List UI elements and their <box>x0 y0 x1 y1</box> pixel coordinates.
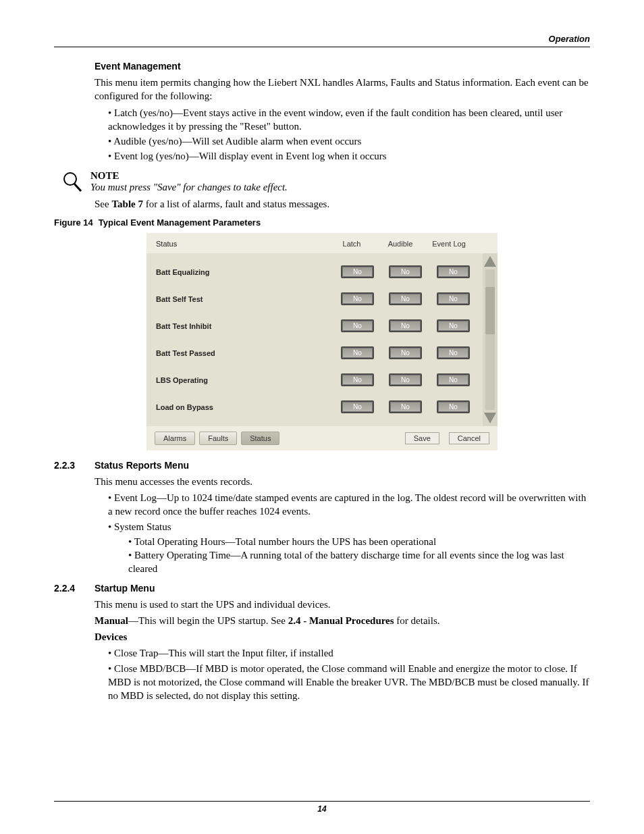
eventlog-toggle[interactable]: No <box>437 400 470 413</box>
text: System Status <box>114 521 171 532</box>
text: for details. <box>394 615 440 626</box>
text: See <box>95 199 111 209</box>
eventlog-toggle[interactable]: No <box>437 319 470 332</box>
scroll-thumb[interactable] <box>485 287 495 334</box>
section-number: 2.2.4 <box>54 583 82 594</box>
scrollbar[interactable] <box>483 253 498 426</box>
table-row: Batt Test Passed No No No <box>156 340 477 367</box>
tab-alarms[interactable]: Alarms <box>155 432 195 445</box>
audible-toggle[interactable]: No <box>389 265 422 278</box>
status-reports-list: Event Log—Up to 1024 time/date stamped e… <box>108 491 590 576</box>
tab-status[interactable]: Status <box>241 432 279 445</box>
table-row: Batt Equalizing No No No <box>156 259 477 286</box>
audible-toggle[interactable]: No <box>389 292 422 305</box>
row-label: LBS Operating <box>156 376 333 384</box>
manual-ref: 2.4 - Manual Procedures <box>288 615 394 626</box>
running-head: Operation <box>54 34 590 47</box>
latch-toggle[interactable]: No <box>341 292 374 305</box>
row-label: Batt Test Passed <box>156 349 333 357</box>
event-management-panel: Status Latch Audible Event Log Batt Equa… <box>146 233 498 450</box>
table-row: Batt Self Test No No No <box>156 286 477 313</box>
column-header-latch: Latch <box>327 240 376 248</box>
see-table-paragraph: See Table 7 for a list of alarms, fault … <box>95 197 590 211</box>
column-header-audible: Audible <box>376 240 425 248</box>
row-label: Batt Equalizing <box>156 268 333 276</box>
list-item: Close MBD/BCB—If MBD is motor operated, … <box>108 662 590 703</box>
save-button[interactable]: Save <box>405 432 439 444</box>
row-label: Batt Test Inhibit <box>156 322 333 330</box>
scroll-down-icon[interactable] <box>484 413 496 423</box>
list-item: System Status Total Operating Hours—Tota… <box>108 520 590 576</box>
system-status-sublist: Total Operating Hours—Total number hours… <box>128 535 590 576</box>
figure-number: Figure 14 <box>54 217 93 228</box>
section-paragraph: This menu is used to start the UPS and i… <box>95 598 590 611</box>
audible-toggle[interactable]: No <box>389 400 422 413</box>
eventlog-toggle[interactable]: No <box>437 292 470 305</box>
column-header-status: Status <box>156 240 327 248</box>
eventlog-toggle[interactable]: No <box>437 346 470 359</box>
table-ref: Table 7 <box>111 199 143 209</box>
list-item: Close Trap—This will start the Input fil… <box>108 646 590 660</box>
table-row: Batt Test Inhibit No No No <box>156 313 477 340</box>
list-item: Event log (yes/no)—Will display event in… <box>108 149 590 163</box>
svg-point-0 <box>64 173 76 185</box>
svg-line-1 <box>74 184 81 191</box>
event-rows: Batt Equalizing No No No Batt Self Test … <box>146 253 483 426</box>
tab-faults[interactable]: Faults <box>199 432 237 445</box>
section-paragraph: This menu accesses the events records. <box>95 475 590 488</box>
eventlog-toggle[interactable]: No <box>437 373 470 386</box>
list-item: Battery Operating Time—A running total o… <box>128 548 590 576</box>
page-number: 14 <box>54 801 590 814</box>
section-number: 2.2.3 <box>54 460 82 471</box>
latch-toggle[interactable]: No <box>341 373 374 386</box>
latch-toggle[interactable]: No <box>341 319 374 332</box>
devices-list: Close Trap—This will start the Input fil… <box>108 646 590 702</box>
audible-toggle[interactable]: No <box>389 319 422 332</box>
row-label: Batt Self Test <box>156 295 333 303</box>
latch-toggle[interactable]: No <box>341 265 374 278</box>
list-item: Latch (yes/no)—Event stays active in the… <box>108 106 590 134</box>
list-item: Event Log—Up to 1024 time/date stamped e… <box>108 491 590 519</box>
figure-title: Typical Event Management Parameters <box>99 217 261 228</box>
devices-label: Devices <box>95 630 590 644</box>
text: —This will begin the UPS startup. See <box>128 615 288 626</box>
list-item: Audible (yes/no)—Will set Audible alarm … <box>108 134 590 148</box>
list-item: Total Operating Hours—Total number hours… <box>128 535 590 548</box>
row-label: Load on Bypass <box>156 403 333 411</box>
table-row: LBS Operating No No No <box>156 367 477 394</box>
scroll-track[interactable] <box>485 269 495 410</box>
eventlog-toggle[interactable]: No <box>437 265 470 278</box>
audible-toggle[interactable]: No <box>389 373 422 386</box>
note-body: You must press "Save" for changes to tak… <box>90 182 288 193</box>
manual-label: Manual <box>95 615 128 626</box>
audible-toggle[interactable]: No <box>389 346 422 359</box>
column-header-eventlog: Event Log <box>425 240 473 248</box>
table-row: Load on Bypass No No No <box>156 394 477 421</box>
section-title: Startup Menu <box>95 583 155 594</box>
latch-toggle[interactable]: No <box>341 346 374 359</box>
magnifier-icon <box>61 170 84 193</box>
scroll-up-icon[interactable] <box>484 256 496 267</box>
text: for a list of alarms, fault and status m… <box>143 199 329 209</box>
cancel-button[interactable]: Cancel <box>449 432 489 444</box>
config-options-list: Latch (yes/no)—Event stays active in the… <box>108 106 590 163</box>
intro-paragraph: This menu item permits changing how the … <box>95 76 590 103</box>
latch-toggle[interactable]: No <box>341 400 374 413</box>
section-title: Status Reports Menu <box>95 460 189 471</box>
manual-paragraph: Manual—This will begin the UPS startup. … <box>95 614 590 627</box>
note-label: NOTE <box>90 170 288 182</box>
heading-event-management: Event Management <box>95 61 590 72</box>
